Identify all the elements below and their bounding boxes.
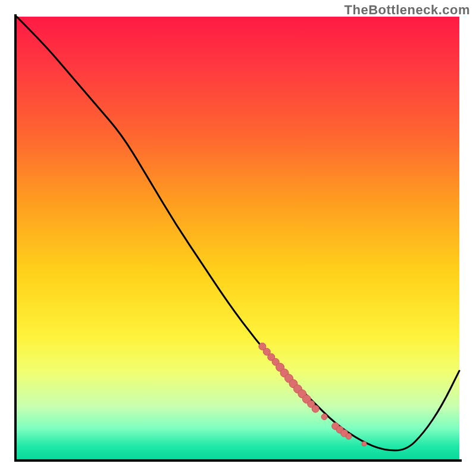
- data-marker: [362, 441, 367, 446]
- curve-line: [17, 17, 459, 450]
- chart-svg: [17, 17, 459, 459]
- data-marker: [346, 433, 352, 439]
- x-axis: [14, 459, 462, 462]
- data-marker: [321, 414, 327, 420]
- y-axis: [14, 14, 17, 462]
- data-markers: [259, 343, 367, 446]
- watermark-text: TheBottleneck.com: [345, 2, 470, 18]
- chart-container: TheBottleneck.com: [0, 0, 476, 476]
- data-marker: [312, 405, 319, 412]
